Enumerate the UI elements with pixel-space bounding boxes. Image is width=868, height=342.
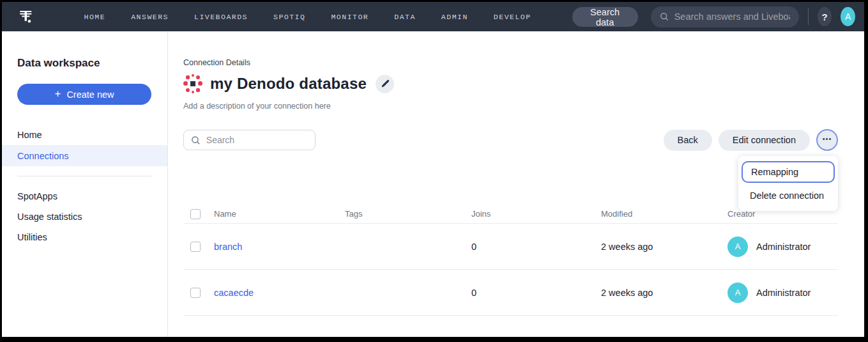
- breadcrumb: Connection Details: [183, 58, 838, 67]
- menu-item-delete-connection[interactable]: Delete connection: [738, 184, 838, 206]
- back-button[interactable]: Back: [664, 130, 712, 151]
- help-button[interactable]: ?: [818, 7, 832, 26]
- row-checkbox[interactable]: [190, 288, 201, 298]
- menu-item-remapping[interactable]: Remapping: [742, 161, 835, 183]
- denodo-connection-icon: [183, 74, 202, 93]
- column-header-joins: Joins: [471, 209, 601, 219]
- title-row: my Denodo database: [183, 74, 838, 93]
- joins-cell: 0: [471, 242, 601, 252]
- sidebar-item-usage-statistics[interactable]: Usage statistics: [2, 206, 167, 227]
- table-name-link[interactable]: branch: [214, 242, 345, 252]
- table-search-box[interactable]: [183, 130, 316, 150]
- select-all-checkbox[interactable]: [190, 209, 201, 219]
- table-row: cacaecde 0 2 weeks ago A Administrator: [183, 270, 838, 316]
- joins-cell: 0: [471, 288, 601, 298]
- sidebar-item-spotapps[interactable]: SpotApps: [2, 186, 167, 206]
- more-options-button[interactable]: •••: [816, 129, 838, 151]
- nav-item-develop[interactable]: DEVELOP: [481, 13, 544, 21]
- sidebar-title: Data workspace: [2, 57, 167, 70]
- create-new-label: Create new: [66, 89, 114, 100]
- edit-title-button[interactable]: [376, 75, 394, 93]
- toolbar: Back Edit connection ••• Remapping Delet…: [183, 129, 838, 151]
- content-area: Data workspace + Create new Home Connect…: [2, 31, 864, 337]
- nav-item-monitor[interactable]: MONITOR: [318, 13, 381, 21]
- table-search-input[interactable]: [206, 135, 308, 145]
- creator-cell: A Administrator: [727, 283, 838, 303]
- search-icon: [191, 135, 201, 146]
- top-navbar: HOME ANSWERS LIVEBOARDS SPOTIQ MONITOR D…: [2, 2, 864, 31]
- column-header-tags: Tags: [345, 209, 471, 219]
- table-name-link[interactable]: cacaecde: [214, 288, 345, 298]
- more-options-menu: Remapping Delete connection: [738, 156, 838, 211]
- creator-avatar: A: [727, 237, 748, 257]
- modified-cell: 2 weeks ago: [601, 242, 727, 252]
- create-new-button[interactable]: + Create new: [17, 84, 151, 105]
- search-data-button[interactable]: Search data: [572, 7, 638, 27]
- primary-nav: HOME ANSWERS LIVEBOARDS SPOTIQ MONITOR D…: [72, 13, 544, 21]
- creator-cell: A Administrator: [727, 237, 838, 257]
- sidebar-item-home[interactable]: Home: [2, 124, 167, 145]
- nav-item-home[interactable]: HOME: [72, 13, 119, 21]
- toolbar-actions: Back Edit connection •••: [664, 129, 838, 151]
- sidebar: Data workspace + Create new Home Connect…: [2, 31, 168, 337]
- pencil-icon: [381, 79, 390, 88]
- global-search-box[interactable]: [651, 6, 800, 27]
- user-avatar[interactable]: A: [841, 7, 855, 26]
- creator-name: Administrator: [756, 242, 811, 252]
- column-header-modified: Modified: [601, 209, 727, 219]
- edit-connection-button[interactable]: Edit connection: [719, 130, 810, 151]
- navbar-divider: [808, 8, 809, 25]
- sidebar-item-connections[interactable]: Connections: [2, 145, 167, 166]
- row-checkbox[interactable]: [190, 242, 201, 252]
- modified-cell: 2 weeks ago: [601, 288, 727, 298]
- creator-name: Administrator: [756, 288, 811, 298]
- column-header-name: Name: [214, 209, 345, 219]
- nav-item-liveboards[interactable]: LIVEBOARDS: [181, 13, 261, 21]
- sidebar-divider: [17, 176, 152, 176]
- nav-item-data[interactable]: DATA: [381, 13, 429, 21]
- tables-list: Name Tags Joins Modified Creator branch …: [183, 205, 838, 316]
- creator-avatar: A: [727, 283, 748, 303]
- nav-item-spotiq[interactable]: SPOTIQ: [261, 13, 318, 21]
- thoughtspot-logo-icon[interactable]: [19, 7, 33, 26]
- search-icon: [660, 12, 669, 22]
- nav-item-answers[interactable]: ANSWERS: [118, 13, 181, 21]
- table-row: branch 0 2 weeks ago A Administrator: [183, 224, 838, 270]
- app-window: HOME ANSWERS LIVEBOARDS SPOTIQ MONITOR D…: [0, 0, 868, 342]
- main-panel: Connection Details my Denodo database: [168, 31, 864, 337]
- sidebar-item-utilities[interactable]: Utilities: [2, 227, 167, 247]
- connection-description: Add a description of your connection her…: [183, 102, 838, 111]
- page-title: my Denodo database: [210, 75, 367, 93]
- plus-icon: +: [54, 88, 61, 100]
- nav-item-admin[interactable]: ADMIN: [429, 13, 481, 21]
- global-search-input[interactable]: [674, 12, 790, 22]
